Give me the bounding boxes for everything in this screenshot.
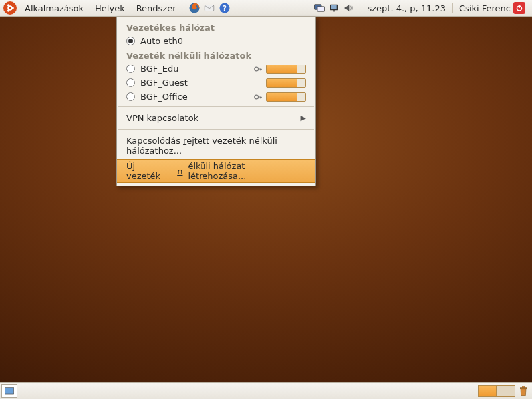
radio-icon — [126, 78, 135, 87]
separator — [118, 129, 314, 130]
help-icon[interactable]: ? — [217, 1, 232, 15]
network-connected-icon[interactable] — [313, 1, 326, 15]
svg-rect-11 — [331, 5, 337, 9]
top-panel-left: Alkalmazások Helyek Rendszer ? — [1, 1, 232, 15]
svg-rect-17 — [5, 388, 13, 394]
top-panel: Alkalmazások Helyek Rendszer ? szept. 4.… — [0, 0, 532, 17]
mail-icon[interactable] — [202, 1, 217, 15]
signal-indicator — [253, 78, 306, 88]
wired-label: Auto eth0 — [140, 36, 306, 46]
wifi-BGF_Guest[interactable]: BGF_Guest — [117, 76, 315, 90]
wired-header: Vezetékes hálózat — [117, 20, 315, 34]
volume-icon[interactable] — [342, 1, 355, 15]
radio-selected-icon — [126, 37, 135, 45]
signal-bar — [266, 92, 306, 102]
svg-text:?: ? — [223, 5, 227, 12]
signal-indicator — [253, 92, 306, 102]
wifi-BGF_Office[interactable]: BGF_Office — [117, 90, 315, 104]
workspace-2[interactable] — [497, 385, 515, 397]
wifi-ssid-label: BGF_Guest — [140, 78, 247, 88]
signal-bar — [266, 78, 306, 88]
network-manager-icon[interactable] — [327, 1, 340, 15]
top-panel-right: szept. 4., p, 11.23 Csiki Ferenc — [309, 1, 531, 15]
lock-icon — [253, 92, 263, 102]
svg-point-1 — [11, 7, 14, 9]
system-tray — [309, 1, 359, 15]
vpn-underline: V — [126, 113, 132, 123]
network-manager-menu: Vezetékes hálózat Auto eth0 Vezeték nélk… — [116, 17, 316, 186]
svg-point-0 — [8, 6, 12, 10]
svg-rect-9 — [317, 7, 325, 12]
trash-icon[interactable] — [516, 384, 531, 398]
lock-icon — [253, 65, 263, 74]
menu-places[interactable]: Helyek — [90, 1, 130, 15]
svg-point-15 — [255, 67, 259, 71]
show-desktop-button[interactable] — [1, 384, 17, 398]
workspace-switcher[interactable] — [478, 385, 515, 397]
svg-rect-20 — [523, 386, 525, 388]
signal-bar — [266, 65, 306, 74]
menu-applications[interactable]: Alkalmazások — [19, 1, 89, 15]
svg-rect-14 — [519, 5, 520, 8]
svg-rect-12 — [332, 10, 335, 11]
svg-rect-5 — [205, 5, 214, 11]
bottom-panel-right — [478, 384, 531, 398]
power-icon[interactable] — [513, 2, 525, 14]
chevron-right-icon: ▶ — [301, 114, 306, 122]
user-name-label: Csiki Ferenc — [459, 3, 511, 13]
svg-point-3 — [7, 9, 9, 11]
bottom-panel — [0, 382, 532, 399]
radio-icon — [126, 65, 135, 73]
connect-hidden-network[interactable]: Kapcsolódás rejtett vezeték nélküli háló… — [117, 132, 315, 159]
wifi-ssid-label: BGF_Office — [140, 92, 247, 102]
vpn-label-rest: PN kapcsolatok — [132, 113, 198, 123]
clock[interactable]: szept. 4., p, 11.23 — [360, 3, 453, 13]
vpn-submenu[interactable]: VPN kapcsolatok ▶ — [117, 110, 315, 126]
svg-point-16 — [255, 95, 259, 99]
signal-indicator — [253, 65, 306, 74]
wifi-ssid-label: BGF_Edu — [140, 64, 247, 74]
svg-rect-18 — [5, 394, 13, 395]
wired-auto-eth0[interactable]: Auto eth0 — [117, 34, 315, 48]
radio-icon — [126, 92, 135, 101]
firefox-icon[interactable] — [187, 1, 201, 15]
wifi-header: Vezeték nélküli hálózatok — [117, 48, 315, 62]
ubuntu-logo-icon[interactable] — [3, 1, 17, 15]
create-new-network[interactable]: Új vezeték nélküli hálózat létrehozása..… — [117, 159, 315, 183]
bottom-panel-left — [1, 384, 17, 398]
separator — [118, 106, 314, 107]
user-menu[interactable]: Csiki Ferenc — [454, 2, 531, 14]
workspace-1[interactable] — [478, 385, 497, 397]
svg-point-2 — [7, 4, 9, 6]
menu-system[interactable]: Rendszer — [131, 1, 182, 15]
wifi-BGF_Edu[interactable]: BGF_Edu — [117, 62, 315, 76]
